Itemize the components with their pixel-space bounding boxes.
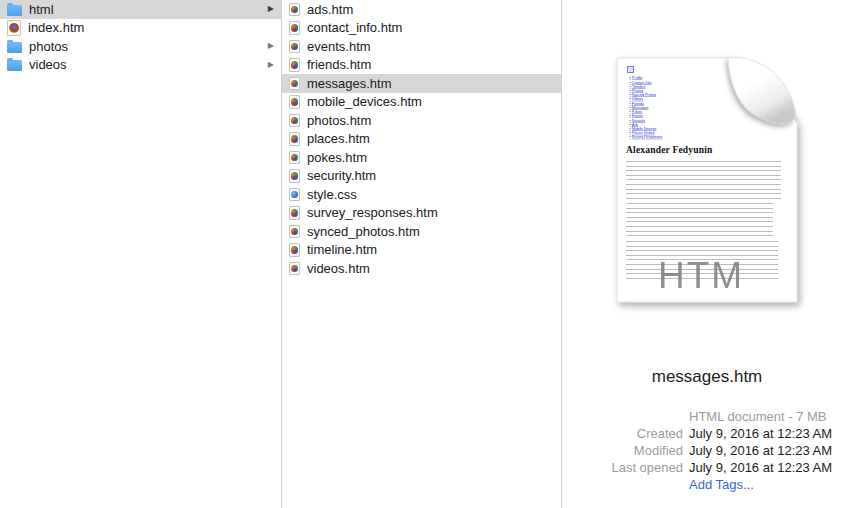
column-files: ads.htm contact_info.htm events.htm frie… bbox=[282, 0, 562, 508]
firefox-html-file-icon bbox=[289, 225, 300, 239]
firefox-html-file-icon bbox=[289, 132, 300, 146]
file-label: index.htm bbox=[28, 20, 84, 35]
file-label: mobile_devices.htm bbox=[307, 94, 422, 109]
file-row-friends[interactable]: friends.htm bbox=[282, 56, 561, 75]
thumbnail-text-lines bbox=[626, 161, 781, 199]
folder-row-html[interactable]: html ▶ bbox=[0, 0, 281, 19]
file-row-survey-responses[interactable]: survey_responses.htm bbox=[282, 204, 561, 223]
column-folders: html ▶ index.htm photos ▶ videos ▶ bbox=[0, 0, 282, 508]
folder-label: html bbox=[29, 2, 54, 17]
file-label: survey_responses.htm bbox=[307, 205, 438, 220]
broken-image-icon bbox=[627, 66, 634, 73]
file-label: style.css bbox=[307, 187, 357, 202]
css-file-icon bbox=[289, 188, 300, 202]
firefox-html-file-icon bbox=[289, 151, 300, 165]
firefox-html-file-icon bbox=[289, 206, 300, 220]
firefox-html-file-icon bbox=[289, 114, 300, 128]
document-thumbnail[interactable]: Profile Contact Info Timeline Photos Syn… bbox=[616, 57, 798, 303]
htm-watermark: HTM bbox=[616, 255, 786, 297]
folder-row-videos[interactable]: videos ▶ bbox=[0, 56, 281, 75]
file-row-contact-info[interactable]: contact_info.htm bbox=[282, 19, 561, 38]
file-label: synced_photos.htm bbox=[307, 224, 420, 239]
firefox-html-file-icon bbox=[289, 58, 300, 72]
file-label: messages.htm bbox=[307, 76, 392, 91]
column-preview: Profile Contact Info Timeline Photos Syn… bbox=[562, 0, 852, 508]
file-row-messages[interactable]: messages.htm bbox=[282, 74, 561, 93]
folder-label: photos bbox=[29, 39, 68, 54]
file-label: ads.htm bbox=[307, 2, 353, 17]
firefox-html-file-icon bbox=[289, 3, 300, 17]
meta-row-created: Created July 9, 2016 at 12:23 AM bbox=[562, 425, 852, 442]
file-label: events.htm bbox=[307, 39, 371, 54]
file-label: pokes.htm bbox=[307, 150, 367, 165]
file-row-index-htm[interactable]: index.htm bbox=[0, 19, 281, 38]
thumbnail-document-content: Profile Contact Info Timeline Photos Syn… bbox=[626, 65, 786, 281]
preview-filename: messages.htm bbox=[562, 367, 852, 387]
folder-row-photos[interactable]: photos ▶ bbox=[0, 37, 281, 56]
firefox-html-file-icon bbox=[289, 21, 300, 35]
folder-icon bbox=[7, 60, 22, 71]
file-row-mobile-devices[interactable]: mobile_devices.htm bbox=[282, 93, 561, 112]
file-row-timeline[interactable]: timeline.htm bbox=[282, 241, 561, 260]
chevron-right-icon: ▶ bbox=[268, 61, 274, 69]
file-row-security[interactable]: security.htm bbox=[282, 167, 561, 186]
meta-value: July 9, 2016 at 12:23 AM bbox=[689, 460, 832, 475]
firefox-html-file-icon bbox=[7, 20, 21, 36]
thumbnail-nav-links: Profile Contact Info Timeline Photos Syn… bbox=[626, 76, 786, 140]
firefox-html-file-icon bbox=[289, 243, 300, 257]
file-label: contact_info.htm bbox=[307, 20, 402, 35]
meta-row-last-opened: Last opened July 9, 2016 at 12:23 AM bbox=[562, 459, 852, 476]
file-kind-size: HTML document - 7 MB bbox=[689, 409, 827, 424]
firefox-html-file-icon bbox=[289, 95, 300, 109]
meta-row-modified: Modified July 9, 2016 at 12:23 AM bbox=[562, 442, 852, 459]
meta-row-kind: HTML document - 7 MB bbox=[562, 408, 852, 425]
file-metadata: HTML document - 7 MB Created July 9, 201… bbox=[562, 408, 852, 493]
finder-column-view: html ▶ index.htm photos ▶ videos ▶ ads.h… bbox=[0, 0, 852, 508]
file-row-synced-photos[interactable]: synced_photos.htm bbox=[282, 222, 561, 241]
folder-icon bbox=[7, 5, 22, 16]
file-label: friends.htm bbox=[307, 57, 371, 72]
firefox-html-file-icon bbox=[289, 77, 300, 91]
folder-label: videos bbox=[29, 57, 67, 72]
meta-value: July 9, 2016 at 12:23 AM bbox=[689, 426, 832, 441]
meta-label: Modified bbox=[562, 443, 689, 458]
meta-value: July 9, 2016 at 12:23 AM bbox=[689, 443, 832, 458]
folder-icon bbox=[7, 42, 22, 53]
file-row-places[interactable]: places.htm bbox=[282, 130, 561, 149]
file-label: places.htm bbox=[307, 131, 370, 146]
firefox-html-file-icon bbox=[289, 262, 300, 276]
meta-label: Last opened bbox=[562, 460, 689, 475]
meta-row-add-tags: Add Tags... bbox=[562, 476, 852, 493]
file-label: videos.htm bbox=[307, 261, 370, 276]
firefox-html-file-icon bbox=[289, 40, 300, 54]
thumbnail-text-lines bbox=[626, 203, 773, 237]
file-row-videos[interactable]: videos.htm bbox=[282, 259, 561, 278]
file-label: timeline.htm bbox=[307, 242, 377, 257]
file-row-photos[interactable]: photos.htm bbox=[282, 111, 561, 130]
firefox-html-file-icon bbox=[289, 169, 300, 183]
file-row-style-css[interactable]: style.css bbox=[282, 185, 561, 204]
chevron-right-icon: ▶ bbox=[268, 5, 274, 13]
file-row-events[interactable]: events.htm bbox=[282, 37, 561, 56]
file-row-ads[interactable]: ads.htm bbox=[282, 0, 561, 19]
chevron-right-icon: ▶ bbox=[268, 42, 274, 50]
meta-label: Created bbox=[562, 426, 689, 441]
thumb-nav-link: Survey Responses bbox=[630, 135, 786, 139]
thumbnail-doc-heading: Alexander Fedyunin bbox=[626, 145, 786, 155]
add-tags-link[interactable]: Add Tags... bbox=[689, 477, 754, 492]
file-label: photos.htm bbox=[307, 113, 371, 128]
file-row-pokes[interactable]: pokes.htm bbox=[282, 148, 561, 167]
file-label: security.htm bbox=[307, 168, 376, 183]
